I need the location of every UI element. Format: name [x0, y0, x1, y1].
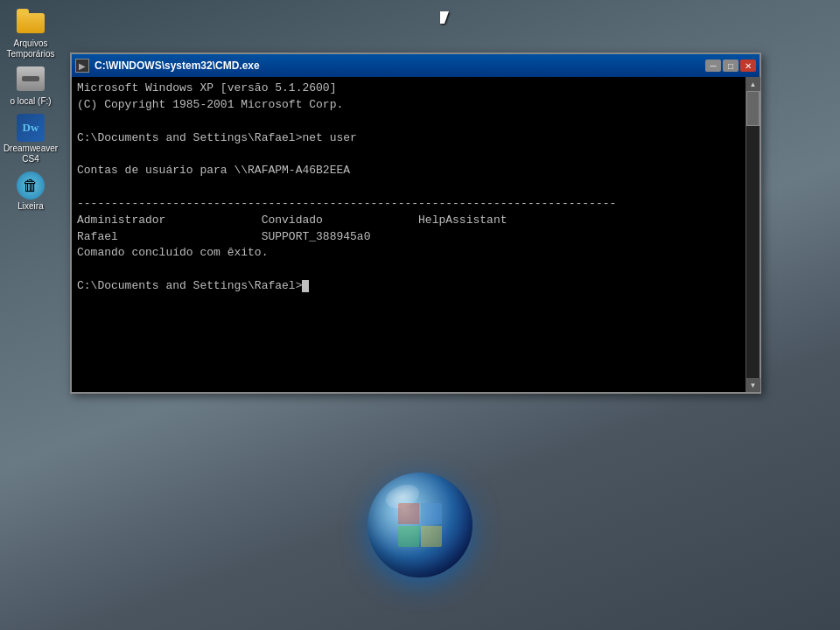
cmd-titlebar-title: C:\WINDOWS\system32\CMD.exe — [94, 60, 705, 72]
cmd-window[interactable]: ▶ C:\WINDOWS\system32\CMD.exe ─ □ ✕ Micr… — [70, 52, 761, 394]
windows-flag — [398, 503, 442, 547]
cmd-icon-symbol: ▶ — [79, 61, 86, 71]
maximize-button[interactable]: □ — [723, 60, 738, 72]
desktop-icon-dreamweaver-label: DreamweaverCS4 — [4, 144, 58, 164]
cmd-titlebar[interactable]: ▶ C:\WINDOWS\system32\CMD.exe ─ □ ✕ — [72, 54, 760, 77]
win-flag-blue — [421, 503, 442, 524]
globe-icon: 🗑 — [17, 172, 45, 200]
hdd-icon — [17, 66, 45, 91]
close-button[interactable]: ✕ — [740, 60, 756, 72]
cmd-content[interactable]: Microsoft Windows XP [versão 5.1.2600] (… — [72, 77, 746, 392]
win-flag-green — [398, 526, 419, 547]
scrollbar-down-arrow[interactable]: ▼ — [746, 378, 760, 392]
cmd-titlebar-icon: ▶ — [75, 59, 89, 73]
folder-icon — [17, 9, 45, 33]
cmd-scrollbar[interactable]: ▲ ▼ — [746, 77, 760, 392]
dw-icon: Dw — [17, 114, 45, 142]
win-flag-yellow — [421, 526, 442, 547]
desktop-icon-lixeira[interactable]: 🗑 Lixeira — [4, 172, 57, 212]
desktop-icon-arquivos-label: Arquivos Temporários — [4, 38, 57, 60]
minimize-button[interactable]: ─ — [705, 60, 721, 72]
scrollbar-up-arrow[interactable]: ▲ — [746, 77, 760, 91]
desktop-icon-lixeira-label: Lixeira — [18, 201, 43, 212]
cmd-titlebar-buttons: ─ □ ✕ — [705, 60, 756, 72]
desktop-icons: Arquivos Temporários o local (F:) Dw Dre… — [4, 9, 57, 212]
windows-logo — [368, 472, 472, 578]
win-flag-red — [398, 503, 419, 524]
desktop-icon-local-disk[interactable]: o local (F:) — [4, 66, 57, 107]
desktop-icon-dreamweaver[interactable]: Dw DreamweaverCS4 — [4, 114, 57, 164]
desktop-icon-local-disk-label: o local (F:) — [10, 96, 51, 107]
scrollbar-thumb[interactable] — [746, 91, 760, 126]
windows-sphere — [368, 472, 472, 578]
desktop-icon-arquivos[interactable]: Arquivos Temporários — [4, 9, 57, 60]
cmd-body: Microsoft Windows XP [versão 5.1.2600] (… — [72, 77, 760, 392]
scrollbar-track[interactable] — [746, 91, 760, 378]
cmd-cursor — [302, 280, 309, 292]
